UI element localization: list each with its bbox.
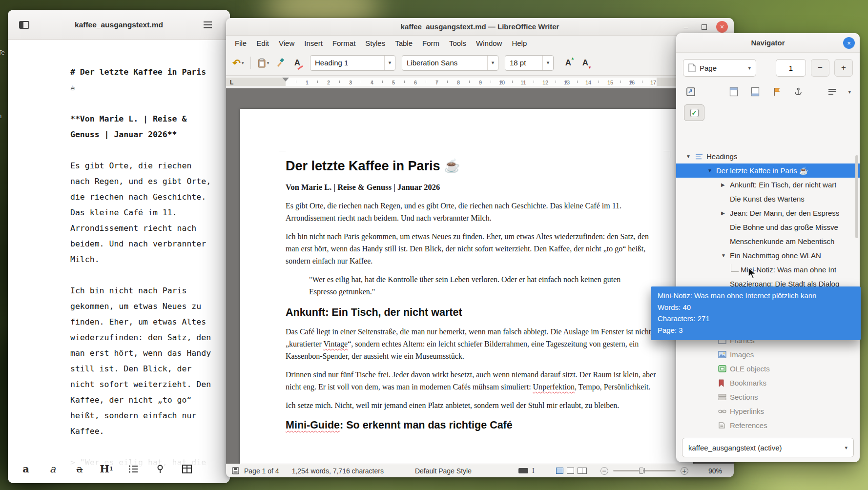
menu-styles[interactable]: Styles (360, 38, 390, 49)
decrease-font-size-button[interactable]: A ▼ (578, 55, 593, 71)
zoom-out-button[interactable]: − (600, 467, 608, 475)
writer-titlebar[interactable]: kaffee_ausgangstext.md — LibreOffice Wri… (226, 18, 734, 36)
sidebar-toggle-button[interactable] (16, 17, 32, 33)
ruler-number: 11 (520, 80, 526, 85)
indent-marker-icon[interactable] (282, 78, 289, 85)
page-count-status[interactable]: Page 1 of 4 (244, 467, 279, 475)
close-button[interactable]: × (716, 21, 728, 33)
font-name-combo[interactable]: Liberation Sans ▾ (402, 55, 498, 71)
tree-item-heading[interactable]: ▶ Ankunft: Ein Tisch, der nicht wart (676, 178, 860, 192)
tree-category-ole-objects[interactable]: OLE objects (676, 362, 860, 376)
tree-item-heading[interactable]: ▼ Ein Nachmittag ohne WLAN (676, 248, 860, 263)
markdown-format-toolbar: a a a H1 (8, 452, 230, 483)
clone-formatting-button[interactable] (273, 55, 288, 71)
header-icon[interactable] (728, 86, 740, 98)
navigator-window: Navigator × Page ▾ 1 − + ▾ (676, 33, 860, 462)
clear-formatting-button[interactable]: A (290, 55, 305, 71)
bold-icon[interactable]: a (19, 462, 33, 476)
spellcheck-word: Mini-Guide (286, 419, 340, 431)
tab-stop-selector-icon[interactable]: L (230, 79, 233, 86)
expander-right-icon[interactable]: ▶ (721, 210, 730, 216)
navigator-close-button[interactable]: × (843, 37, 855, 49)
single-page-view-icon[interactable] (556, 468, 563, 474)
previous-page-button[interactable]: − (811, 59, 829, 77)
navigator-titlebar[interactable]: Navigator × (676, 33, 860, 53)
strikethrough-icon[interactable]: a (72, 462, 87, 476)
menu-form[interactable]: Form (417, 38, 444, 49)
paragraph-style-combo[interactable]: Heading 1 ▾ (310, 55, 395, 71)
tree-category-sections[interactable]: Sections (676, 390, 860, 404)
menu-tools[interactable]: Tools (444, 38, 471, 49)
maximize-button[interactable] (698, 21, 710, 33)
multi-page-view-icon[interactable] (567, 468, 574, 474)
menu-help[interactable]: Help (507, 38, 532, 49)
page-number-field[interactable]: 1 (776, 59, 806, 77)
book-view-icon[interactable] (578, 468, 587, 474)
menu-file[interactable]: File (230, 38, 251, 49)
tree-item-heading[interactable]: ▶ Jean: Der Mann, der den Espress (676, 206, 860, 220)
chevron-down-icon[interactable]: ▾ (384, 56, 395, 70)
zoom-slider-handle[interactable] (639, 468, 643, 474)
document-page[interactable]: Der letzte Kaffee in Paris ☕ Von Marie L… (240, 109, 693, 464)
drag-mode-icon[interactable] (827, 86, 838, 98)
menu-button[interactable] (199, 17, 216, 33)
tree-item-heading-selected[interactable]: ▼ Der letzte Kaffee in Paris ☕ (676, 163, 860, 178)
markdown-editor-text-area[interactable]: # Der letzte Kaffee in Paris ☕ **Von Mar… (8, 40, 230, 483)
bullet-list-icon[interactable] (126, 462, 141, 476)
content-navigation-view-toggle[interactable]: ✓ (684, 104, 704, 121)
menu-table[interactable]: Table (390, 38, 417, 49)
table-icon[interactable] (180, 462, 194, 476)
italic-icon[interactable]: a (45, 462, 60, 476)
zoom-in-button[interactable]: + (681, 467, 688, 475)
selection-mode-icon[interactable] (518, 468, 528, 473)
tree-category-references[interactable]: References (676, 418, 860, 432)
footer-icon[interactable] (749, 86, 761, 98)
menu-format[interactable]: Format (328, 38, 361, 49)
doc-byline: Von Marie L. | Reise & Genuss | Januar 2… (286, 182, 657, 193)
menu-view[interactable]: View (274, 38, 299, 49)
heading-icon[interactable]: H1 (99, 462, 114, 476)
markdown-editor-headerbar[interactable]: kaffee_ausgangstext.md (8, 10, 230, 40)
menu-insert[interactable]: Insert (299, 38, 328, 49)
set-reminder-icon[interactable] (771, 86, 783, 98)
tree-item-heading[interactable]: Menschenkunde am Nebentisch (676, 234, 860, 248)
tree-category-hyperlinks[interactable]: Hyperlinks (676, 404, 860, 418)
chevron-down-icon[interactable]: ▾ (542, 56, 553, 70)
tree-category-images[interactable]: Images (676, 347, 860, 362)
expander-down-icon[interactable]: ▼ (707, 168, 716, 173)
zoom-percentage[interactable]: 90% (708, 467, 722, 475)
font-size-combo[interactable]: 18 pt ▾ (505, 55, 554, 71)
expander-down-icon[interactable]: ▼ (721, 253, 730, 258)
tree-category-bookmarks[interactable]: Bookmarks (676, 376, 860, 390)
save-status-icon[interactable] (232, 467, 239, 474)
tree-item-heading[interactable]: Mini-Notiz: Was man ohne Int (676, 263, 860, 277)
zoom-notch (644, 468, 645, 473)
page-style-status[interactable]: Default Page Style (415, 467, 472, 475)
chevron-down-icon[interactable]: ▾ (487, 56, 498, 70)
horizontal-ruler[interactable]: L 1 2 3 4 5 6 7 8 9 10 11 12 13 14 15 16… (226, 76, 734, 88)
increase-font-size-button[interactable]: A ▲ (561, 55, 576, 71)
link-icon[interactable] (153, 462, 167, 476)
undo-button[interactable]: ↶ ▾ (231, 55, 246, 71)
zoom-slider[interactable] (613, 470, 676, 471)
anchor-text-icon[interactable] (792, 86, 804, 98)
menu-window[interactable]: Window (471, 38, 507, 49)
navigator-scrollbar[interactable] (855, 155, 858, 238)
minimize-button[interactable]: – (680, 21, 692, 33)
document-selector-combo[interactable]: kaffee_ausgangstext (active) ▾ (682, 438, 854, 457)
tree-item-headings[interactable]: ▼ Headings (676, 149, 860, 163)
paste-button[interactable]: ▾ (256, 55, 270, 71)
word-count-status[interactable]: 1,254 words, 7,716 characters (292, 467, 384, 475)
ruler-number: 4 (371, 80, 373, 85)
expander-down-icon[interactable]: ▼ (686, 154, 695, 159)
drag-mode-dropdown-icon[interactable]: ▾ (848, 89, 851, 95)
menu-edit[interactable]: Edit (251, 38, 274, 49)
expander-right-icon[interactable]: ▶ (721, 182, 730, 187)
navigate-by-combo[interactable]: Page ▾ (683, 59, 756, 77)
navigation-toggle-icon[interactable] (685, 86, 697, 98)
tree-item-heading[interactable]: Die Kunst des Wartens (676, 192, 860, 206)
desktop-label-fragment: n (0, 112, 1, 120)
chevron-down-icon: ▾ (748, 65, 751, 71)
tree-item-heading[interactable]: Die Bohne und das große Missve (676, 220, 860, 234)
next-page-button[interactable]: + (834, 59, 853, 77)
